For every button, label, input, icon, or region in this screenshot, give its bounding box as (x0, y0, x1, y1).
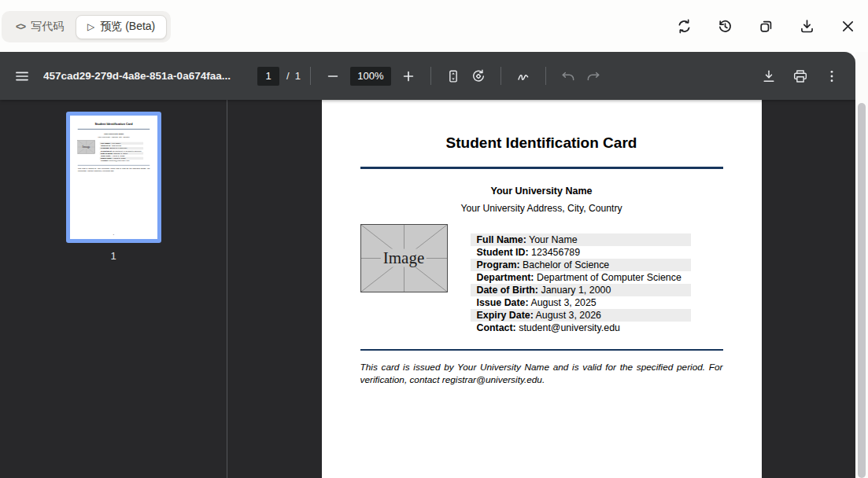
field-list: Full Name: Your Name Student ID: 1234567… (99, 142, 143, 162)
field-value: August 3, 2026 (536, 310, 601, 321)
redo-button[interactable] (581, 64, 606, 89)
toolbar-right-actions (756, 64, 844, 89)
pdf-toolbar: 457cad29-279d-4a8e-851a-0a674faa... / 1 … (0, 52, 855, 100)
zoom-out-icon (325, 68, 341, 84)
close-button[interactable] (837, 16, 858, 36)
pdf-viewer-shell: 457cad29-279d-4a8e-851a-0a674faa... / 1 … (0, 52, 868, 478)
download-icon (799, 18, 815, 35)
footer-note: This card is issued by Your University N… (77, 167, 150, 172)
field-row: Date of Birth: January 1, 2000 (471, 284, 691, 296)
field-value: August 3, 2025 (530, 297, 596, 308)
more-options-button[interactable] (819, 64, 844, 89)
zoom-in-icon (401, 68, 416, 84)
code-icon: <> (16, 21, 25, 32)
fit-page-icon (445, 68, 461, 84)
page-scroll-area[interactable]: Student Identification Card Your Univers… (227, 100, 855, 478)
divider-rule (360, 349, 723, 351)
menu-icon (14, 68, 30, 84)
zoom-in-button[interactable] (396, 64, 421, 89)
field-row: Contact: student@university.edu (471, 322, 691, 334)
scrollbar-thumb[interactable] (858, 103, 866, 478)
fit-page-button[interactable] (441, 64, 466, 89)
page-separator: / (286, 70, 290, 82)
toolbar-divider (500, 67, 501, 85)
rotate-icon (471, 68, 486, 84)
page-number-input[interactable] (257, 67, 279, 86)
toolbar-divider (430, 67, 431, 85)
field-label: Program: (477, 259, 520, 270)
field-row: Issue Date: August 3, 2025 (471, 296, 691, 309)
field-value: Department of Computer Science (537, 272, 681, 283)
toolbar-divider (310, 67, 311, 85)
field-row: Program: Bachelor of Science (471, 259, 691, 271)
redo-icon (585, 68, 601, 84)
photo-placeholder: Image (360, 224, 448, 292)
draw-icon (515, 68, 531, 84)
zoom-out-button[interactable] (320, 64, 345, 89)
field-row: Department: Department of Computer Scien… (471, 271, 691, 284)
pdf-filename: 457cad29-279d-4a8e-851a-0a674faa... (43, 70, 254, 82)
page-number: 1 (70, 233, 157, 235)
card-body: Image Full Name: Your Name Student ID: 1… (77, 140, 150, 162)
tab-preview[interactable]: ▷ 预览 (Beta) (76, 15, 167, 39)
rotate-button[interactable] (466, 64, 491, 89)
page-thumbnail[interactable]: Student Identification Card Your Univers… (66, 112, 161, 243)
print-icon (792, 68, 808, 84)
duplicate-icon (758, 18, 774, 35)
university-address: Your University Address, City, Country (360, 203, 723, 214)
field-label: Student ID: (477, 247, 529, 258)
field-row: Expiry Date: August 3, 2026 (471, 309, 691, 322)
more-options-icon (824, 68, 840, 84)
pdf-download-button[interactable] (756, 64, 781, 89)
field-value: Your Name (529, 234, 578, 245)
scrollbar-track[interactable] (855, 52, 868, 478)
history-button[interactable] (715, 16, 735, 36)
field-label: Full Name: (477, 234, 526, 245)
annotate-draw-button[interactable] (511, 64, 536, 89)
photo-placeholder: Image (77, 140, 94, 153)
page-thumbnail-preview: Student Identification Card Your Univers… (70, 116, 157, 239)
field-value: January 1, 2000 (541, 285, 611, 296)
university-name: Your University Name (77, 133, 150, 135)
field-label: Contact: (477, 322, 516, 333)
university-name: Your University Name (360, 186, 723, 197)
refresh-button[interactable] (674, 16, 694, 36)
play-icon: ▷ (87, 21, 94, 32)
print-button[interactable] (788, 64, 813, 89)
download-button[interactable] (796, 16, 817, 36)
refresh-icon (676, 18, 693, 35)
field-label: Contact: (101, 160, 109, 162)
thumbnail-page: Student Identification Card Your Univers… (70, 116, 157, 239)
footer-note: This card is issued by Your University N… (360, 361, 723, 386)
view-tab-group: <> 写代码 ▷ 预览 (Beta) (2, 11, 171, 42)
app-window: <> 写代码 ▷ 预览 (Beta) (0, 0, 868, 478)
undo-button[interactable] (556, 64, 581, 89)
card-body: Image Full Name: Your Name Student ID: 1… (360, 224, 723, 334)
field-label: Date of Birth: (477, 285, 538, 296)
undo-icon (560, 68, 576, 84)
photo-placeholder-label: Image (381, 248, 427, 267)
field-value: student@university.edu (109, 160, 129, 162)
field-label: Issue Date: (477, 297, 529, 308)
menu-button[interactable] (9, 64, 35, 89)
pdf-viewer-panel: 457cad29-279d-4a8e-851a-0a674faa... / 1 … (0, 52, 855, 478)
field-list: Full Name: Your Name Student ID: 1234567… (471, 233, 691, 334)
download-icon (761, 68, 777, 84)
duplicate-button[interactable] (755, 16, 776, 36)
field-row: Full Name: Your Name (471, 233, 691, 246)
tab-write-code[interactable]: <> 写代码 (6, 20, 76, 34)
university-address: Your University Address, City, Country (77, 136, 150, 138)
field-row: Student ID: 123456789 (471, 246, 691, 259)
thumbnail-doc: Student Identification Card Your Univers… (70, 116, 157, 172)
pdf-page: Student Identification Card Your Univers… (322, 100, 762, 478)
doc-title: Student Identification Card (360, 135, 723, 151)
divider-rule (77, 129, 150, 130)
field-label: Department: (477, 272, 534, 283)
history-icon (717, 18, 733, 35)
field-value: student@university.edu (519, 322, 620, 333)
close-icon (840, 18, 856, 35)
tab-write-code-label: 写代码 (31, 20, 64, 34)
zoom-level-input[interactable]: 100% (350, 67, 391, 86)
toolbar-divider (545, 67, 546, 85)
field-value: 123456789 (531, 247, 580, 258)
